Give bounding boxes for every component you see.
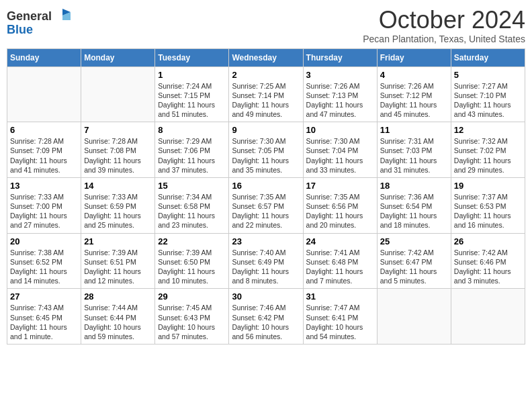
day-info: Sunrise: 7:36 AMSunset: 6:54 PMDaylight:… [380,192,448,230]
day-number: 11 [380,125,448,135]
day-info: Sunrise: 7:32 AMSunset: 7:02 PMDaylight:… [454,136,522,175]
weekday-header: Thursday [303,48,377,66]
day-number: 13 [10,181,78,191]
day-number: 17 [306,181,374,191]
logo-general-text: General [7,9,52,24]
day-info: Sunrise: 7:45 AMSunset: 6:43 PMDaylight:… [158,303,226,341]
calendar-day-cell: 20Sunrise: 7:38 AMSunset: 6:52 PMDayligh… [7,233,81,289]
calendar-week-row: 1Sunrise: 7:24 AMSunset: 7:15 PMDaylight… [7,66,525,122]
day-info: Sunrise: 7:34 AMSunset: 6:58 PMDaylight:… [158,192,226,230]
day-info: Sunrise: 7:38 AMSunset: 6:52 PMDaylight:… [10,248,78,286]
calendar-day-cell: 3Sunrise: 7:26 AMSunset: 7:13 PMDaylight… [303,66,377,122]
calendar-day-cell: 31Sunrise: 7:47 AMSunset: 6:41 PMDayligh… [303,289,377,345]
calendar-day-cell [377,289,451,345]
day-info: Sunrise: 7:29 AMSunset: 7:06 PMDaylight:… [158,136,226,175]
day-number: 31 [306,291,374,302]
day-info: Sunrise: 7:26 AMSunset: 7:12 PMDaylight:… [380,81,448,120]
calendar-day-cell [451,289,525,345]
calendar-day-cell: 16Sunrise: 7:35 AMSunset: 6:57 PMDayligh… [229,177,303,233]
calendar-day-cell: 24Sunrise: 7:41 AMSunset: 6:48 PMDayligh… [303,233,377,289]
calendar-day-cell [7,66,81,122]
day-number: 19 [454,181,522,191]
calendar-week-row: 20Sunrise: 7:38 AMSunset: 6:52 PMDayligh… [7,233,525,289]
day-number: 23 [232,236,300,246]
calendar-day-cell: 7Sunrise: 7:28 AMSunset: 7:08 PMDaylight… [81,122,155,178]
day-info: Sunrise: 7:44 AMSunset: 6:44 PMDaylight:… [84,303,152,341]
calendar-day-cell: 19Sunrise: 7:37 AMSunset: 6:53 PMDayligh… [451,177,525,233]
weekday-header: Friday [377,48,451,66]
day-info: Sunrise: 7:33 AMSunset: 7:00 PMDaylight:… [10,192,78,230]
day-number: 5 [454,70,522,80]
day-number: 30 [232,291,300,302]
day-number: 22 [158,236,226,246]
day-number: 1 [158,70,226,80]
calendar-day-cell: 27Sunrise: 7:43 AMSunset: 6:45 PMDayligh… [7,289,81,345]
day-number: 10 [306,125,374,135]
calendar-day-cell: 25Sunrise: 7:42 AMSunset: 6:47 PMDayligh… [377,233,451,289]
day-number: 28 [84,291,152,302]
day-info: Sunrise: 7:24 AMSunset: 7:15 PMDaylight:… [158,81,226,120]
day-info: Sunrise: 7:26 AMSunset: 7:13 PMDaylight:… [306,81,374,120]
day-info: Sunrise: 7:30 AMSunset: 7:05 PMDaylight:… [232,136,300,175]
weekday-header: Saturday [451,48,525,66]
calendar-day-cell: 30Sunrise: 7:46 AMSunset: 6:42 PMDayligh… [229,289,303,345]
calendar-day-cell: 21Sunrise: 7:39 AMSunset: 6:51 PMDayligh… [81,233,155,289]
day-info: Sunrise: 7:47 AMSunset: 6:41 PMDaylight:… [306,303,374,341]
day-number: 29 [158,291,226,302]
day-info: Sunrise: 7:28 AMSunset: 7:08 PMDaylight:… [84,136,152,175]
logo: General Blue [7,7,72,37]
day-info: Sunrise: 7:41 AMSunset: 6:48 PMDaylight:… [306,248,374,286]
day-info: Sunrise: 7:40 AMSunset: 6:49 PMDaylight:… [232,248,300,286]
logo-flag-icon [53,7,72,26]
day-number: 18 [380,181,448,191]
day-info: Sunrise: 7:39 AMSunset: 6:51 PMDaylight:… [84,248,152,286]
day-number: 24 [306,236,374,246]
day-number: 26 [454,236,522,246]
calendar-day-cell: 4Sunrise: 7:26 AMSunset: 7:12 PMDaylight… [377,66,451,122]
location-text: Pecan Plantation, Texas, United States [363,34,525,44]
day-number: 4 [380,70,448,80]
calendar-header-row: SundayMondayTuesdayWednesdayThursdayFrid… [7,48,525,66]
day-number: 21 [84,236,152,246]
day-info: Sunrise: 7:35 AMSunset: 6:57 PMDaylight:… [232,192,300,230]
day-number: 7 [84,125,152,135]
calendar-week-row: 6Sunrise: 7:28 AMSunset: 7:09 PMDaylight… [7,122,525,178]
calendar-day-cell: 2Sunrise: 7:25 AMSunset: 7:14 PMDaylight… [229,66,303,122]
calendar-day-cell: 18Sunrise: 7:36 AMSunset: 6:54 PMDayligh… [377,177,451,233]
calendar-day-cell: 13Sunrise: 7:33 AMSunset: 7:00 PMDayligh… [7,177,81,233]
day-info: Sunrise: 7:42 AMSunset: 6:47 PMDaylight:… [380,248,448,286]
day-info: Sunrise: 7:33 AMSunset: 6:59 PMDaylight:… [84,192,152,230]
day-info: Sunrise: 7:31 AMSunset: 7:03 PMDaylight:… [380,136,448,175]
title-block: October 2024 Pecan Plantation, Texas, Un… [363,7,525,44]
day-number: 3 [306,70,374,80]
day-info: Sunrise: 7:39 AMSunset: 6:50 PMDaylight:… [158,248,226,286]
calendar-week-row: 27Sunrise: 7:43 AMSunset: 6:45 PMDayligh… [7,289,525,345]
calendar-day-cell: 9Sunrise: 7:30 AMSunset: 7:05 PMDaylight… [229,122,303,178]
calendar-day-cell: 29Sunrise: 7:45 AMSunset: 6:43 PMDayligh… [155,289,229,345]
calendar-day-cell: 15Sunrise: 7:34 AMSunset: 6:58 PMDayligh… [155,177,229,233]
day-info: Sunrise: 7:30 AMSunset: 7:04 PMDaylight:… [306,136,374,175]
calendar-week-row: 13Sunrise: 7:33 AMSunset: 7:00 PMDayligh… [7,177,525,233]
day-number: 12 [454,125,522,135]
calendar-day-cell: 11Sunrise: 7:31 AMSunset: 7:03 PMDayligh… [377,122,451,178]
day-number: 6 [10,125,78,135]
day-number: 14 [84,181,152,191]
weekday-header: Tuesday [155,48,229,66]
day-info: Sunrise: 7:25 AMSunset: 7:14 PMDaylight:… [232,81,300,120]
day-info: Sunrise: 7:35 AMSunset: 6:56 PMDaylight:… [306,192,374,230]
calendar-day-cell: 23Sunrise: 7:40 AMSunset: 6:49 PMDayligh… [229,233,303,289]
day-number: 16 [232,181,300,191]
calendar-day-cell [81,66,155,122]
day-info: Sunrise: 7:37 AMSunset: 6:53 PMDaylight:… [454,192,522,230]
day-info: Sunrise: 7:43 AMSunset: 6:45 PMDaylight:… [10,303,78,341]
day-number: 8 [158,125,226,135]
page-header: General Blue October 2024 Pecan Plantati… [7,7,525,44]
calendar-day-cell: 6Sunrise: 7:28 AMSunset: 7:09 PMDaylight… [7,122,81,178]
calendar-day-cell: 10Sunrise: 7:30 AMSunset: 7:04 PMDayligh… [303,122,377,178]
day-info: Sunrise: 7:42 AMSunset: 6:46 PMDaylight:… [454,248,522,286]
day-info: Sunrise: 7:46 AMSunset: 6:42 PMDaylight:… [232,303,300,341]
calendar-day-cell: 17Sunrise: 7:35 AMSunset: 6:56 PMDayligh… [303,177,377,233]
calendar-day-cell: 26Sunrise: 7:42 AMSunset: 6:46 PMDayligh… [451,233,525,289]
calendar-day-cell: 14Sunrise: 7:33 AMSunset: 6:59 PMDayligh… [81,177,155,233]
day-number: 15 [158,181,226,191]
